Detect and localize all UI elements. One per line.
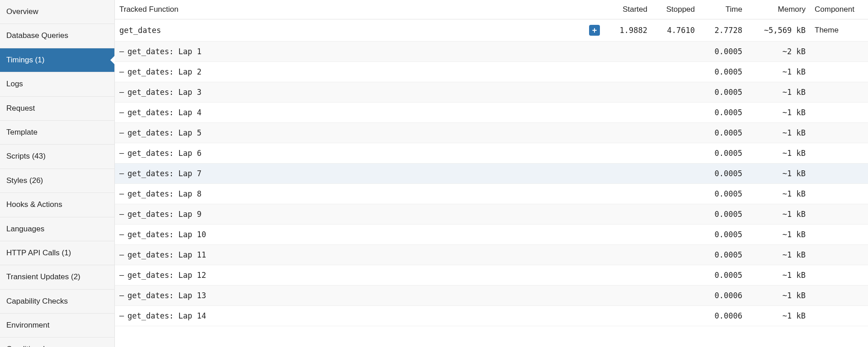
- col-header-started[interactable]: Started: [604, 0, 652, 19]
- sidebar-item-label: Logs: [6, 80, 23, 88]
- table-row: –get_dates: Lap 30.0005~1 kB: [115, 82, 868, 103]
- time-cell: 2.7728: [699, 19, 747, 42]
- col-header-memory[interactable]: Memory: [747, 0, 810, 19]
- child-prefix-icon: –: [119, 271, 124, 280]
- function-cell: –get_dates: Lap 13: [115, 286, 604, 306]
- table-row: –get_dates: Lap 70.0005~1 kB: [115, 164, 868, 184]
- sidebar-item-label: Timings (1): [6, 56, 44, 64]
- function-cell: –get_dates: Lap 2: [115, 62, 604, 82]
- sidebar-item[interactable]: Logs: [0, 72, 114, 96]
- table-row: –get_dates: Lap 50.0005~1 kB: [115, 123, 868, 143]
- sidebar-item-label: Capability Checks: [6, 297, 68, 305]
- started-cell: [604, 42, 652, 62]
- table-row: –get_dates: Lap 10.0005~2 kB: [115, 42, 868, 62]
- expand-toggle-button[interactable]: +: [589, 25, 600, 36]
- started-cell: [604, 164, 652, 184]
- stopped-cell: [652, 143, 699, 164]
- sidebar-item[interactable]: Overview: [0, 0, 114, 24]
- component-cell: Theme: [810, 19, 868, 42]
- memory-cell: ~1 kB: [747, 225, 810, 245]
- started-cell: [604, 143, 652, 164]
- component-cell: [810, 306, 868, 326]
- component-cell: [810, 184, 868, 204]
- table-row: –get_dates: Lap 90.0005~1 kB: [115, 204, 868, 225]
- function-cell: –get_dates: Lap 12: [115, 265, 604, 286]
- sidebar-item-label: Template: [6, 128, 38, 136]
- sidebar-item[interactable]: Capability Checks: [0, 290, 114, 314]
- sidebar-item[interactable]: Conditionals: [0, 338, 114, 347]
- stopped-cell: [652, 103, 699, 123]
- sidebar-item[interactable]: Database Queries: [0, 24, 114, 48]
- component-cell: [810, 245, 868, 265]
- col-header-stopped[interactable]: Stopped: [652, 0, 699, 19]
- function-name: get_dates: Lap 11: [127, 250, 206, 259]
- function-cell: –get_dates: Lap 11: [115, 245, 604, 265]
- time-cell: 0.0005: [699, 82, 747, 103]
- sidebar-item[interactable]: Styles (26): [0, 169, 114, 193]
- sidebar-item-label: Scripts (43): [6, 152, 46, 160]
- started-cell: [604, 82, 652, 103]
- stopped-cell: [652, 286, 699, 306]
- timings-table: Tracked Function Started Stopped Time Me…: [115, 0, 868, 326]
- memory-cell: ~5,569 kB: [747, 19, 810, 42]
- sidebar-item-label: Conditionals: [6, 345, 49, 347]
- component-cell: [810, 143, 868, 164]
- memory-cell: ~1 kB: [747, 286, 810, 306]
- child-prefix-icon: –: [119, 47, 124, 56]
- function-cell: –get_dates: Lap 10: [115, 225, 604, 245]
- component-cell: [810, 103, 868, 123]
- memory-cell: ~1 kB: [747, 123, 810, 143]
- started-cell: [604, 103, 652, 123]
- sidebar: OverviewDatabase QueriesTimings (1)LogsR…: [0, 0, 115, 347]
- function-name: get_dates: Lap 4: [127, 108, 202, 117]
- function-cell: –get_dates: Lap 14: [115, 306, 604, 326]
- time-cell: 0.0005: [699, 123, 747, 143]
- memory-cell: ~2 kB: [747, 42, 810, 62]
- col-header-component[interactable]: Component: [810, 0, 868, 19]
- started-cell: [604, 62, 652, 82]
- stopped-cell: 4.7610: [652, 19, 699, 42]
- sidebar-item[interactable]: Hooks & Actions: [0, 193, 114, 217]
- child-prefix-icon: –: [119, 128, 124, 137]
- stopped-cell: [652, 164, 699, 184]
- time-cell: 0.0005: [699, 42, 747, 62]
- col-header-function[interactable]: Tracked Function: [115, 0, 604, 19]
- time-cell: 0.0005: [699, 62, 747, 82]
- function-name: get_dates: Lap 7: [127, 169, 202, 178]
- sidebar-item-label: Styles (26): [6, 176, 43, 185]
- time-cell: 0.0005: [699, 204, 747, 225]
- child-prefix-icon: –: [119, 311, 124, 320]
- table-header-row: Tracked Function Started Stopped Time Me…: [115, 0, 868, 19]
- time-cell: 0.0005: [699, 143, 747, 164]
- function-name: get_dates: Lap 10: [127, 230, 206, 239]
- table-row: get_dates+1.98824.76102.7728~5,569 kBThe…: [115, 19, 868, 42]
- function-cell: get_dates+: [115, 19, 604, 42]
- sidebar-item-label: Environment: [6, 321, 49, 329]
- child-prefix-icon: –: [119, 149, 124, 158]
- memory-cell: ~1 kB: [747, 103, 810, 123]
- stopped-cell: [652, 62, 699, 82]
- sidebar-item[interactable]: Template: [0, 121, 114, 145]
- table-row: –get_dates: Lap 140.0006~1 kB: [115, 306, 868, 326]
- main-panel: Tracked Function Started Stopped Time Me…: [115, 0, 868, 347]
- sidebar-item[interactable]: Languages: [0, 217, 114, 241]
- sidebar-item[interactable]: Transient Updates (2): [0, 265, 114, 289]
- memory-cell: ~1 kB: [747, 143, 810, 164]
- component-cell: [810, 164, 868, 184]
- col-header-time[interactable]: Time: [699, 0, 747, 19]
- sidebar-item[interactable]: Scripts (43): [0, 145, 114, 169]
- sidebar-item[interactable]: Timings (1): [0, 48, 114, 72]
- function-cell: –get_dates: Lap 5: [115, 123, 604, 143]
- started-cell: [604, 265, 652, 286]
- started-cell: [604, 286, 652, 306]
- sidebar-item-label: Request: [6, 104, 35, 113]
- function-name: get_dates: Lap 2: [127, 67, 202, 76]
- sidebar-item[interactable]: Environment: [0, 314, 114, 338]
- component-cell: [810, 123, 868, 143]
- stopped-cell: [652, 245, 699, 265]
- table-row: –get_dates: Lap 130.0006~1 kB: [115, 286, 868, 306]
- time-cell: 0.0005: [699, 164, 747, 184]
- time-cell: 0.0006: [699, 306, 747, 326]
- sidebar-item[interactable]: HTTP API Calls (1): [0, 241, 114, 265]
- sidebar-item[interactable]: Request: [0, 97, 114, 121]
